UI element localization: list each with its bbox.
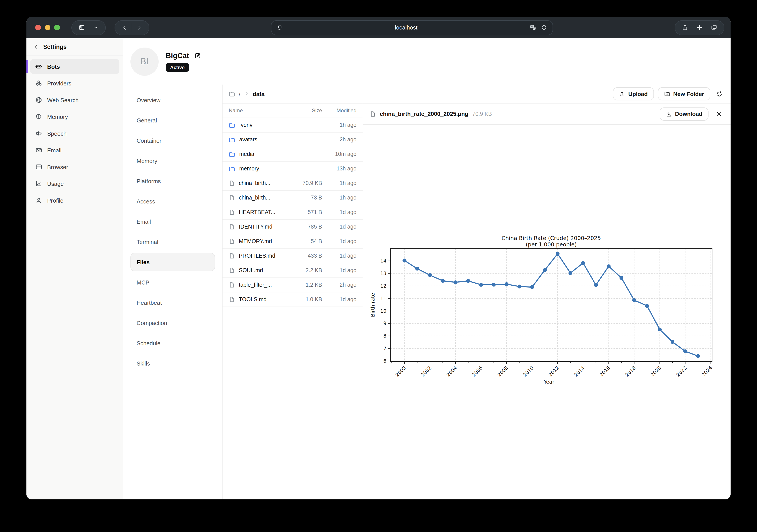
svg-text:13: 13	[380, 270, 386, 276]
table-row[interactable]: IDENTITY.md785 B1d ago	[223, 220, 363, 234]
chevron-right-icon	[136, 24, 142, 31]
table-row[interactable]: china_birth...73 B1h ago	[223, 191, 363, 205]
share-button[interactable]	[678, 20, 692, 35]
preview-body: 6789101112131420002002200420062008201020…	[363, 125, 731, 499]
new-tab-button[interactable]	[692, 20, 707, 35]
main-panel: BI BigCat Active OverviewGeneralContaine…	[123, 38, 731, 499]
file-name: china_birth...	[239, 180, 270, 186]
table-row[interactable]: HEARTBEAT...571 B1d ago	[223, 205, 363, 220]
sidebar-item-label: Email	[47, 147, 61, 154]
table-row[interactable]: PROFILES.md433 B1d ago	[223, 249, 363, 263]
folder-icon[interactable]	[229, 91, 235, 97]
tab-label: Overview	[136, 97, 160, 103]
column-name[interactable]: Name	[229, 107, 291, 114]
tab-email[interactable]: Email	[131, 212, 215, 231]
sidebar-item-browser[interactable]: Browser	[30, 160, 119, 174]
tab-label: Skills	[136, 360, 150, 367]
tab-files[interactable]: Files	[131, 253, 215, 271]
file-modified: 1d ago	[322, 209, 356, 215]
file-icon	[229, 180, 235, 186]
folder-icon	[229, 122, 235, 128]
file-modified: 1d ago	[322, 224, 356, 230]
tab-heartbeat[interactable]: Heartbeat	[131, 293, 215, 312]
table-row[interactable]: avatars2h ago	[223, 133, 363, 147]
tab-general[interactable]: General	[131, 111, 215, 130]
tab-label: Email	[136, 218, 151, 225]
file-name: IDENTITY.md	[239, 224, 272, 230]
download-icon	[666, 111, 672, 117]
tab-label: Memory	[136, 158, 157, 164]
svg-text:6: 6	[383, 358, 386, 364]
table-row[interactable]: memory13h ago	[223, 162, 363, 176]
download-button[interactable]: Download	[660, 107, 709, 120]
sidebar-item-memory[interactable]: Memory	[30, 109, 119, 124]
table-row[interactable]: china_birth...70.9 KB1h ago	[223, 176, 363, 191]
sidebar-item-bots[interactable]: Bots	[30, 59, 119, 74]
sidebar-item-label: Browser	[47, 163, 68, 170]
back-chevron-icon[interactable]	[33, 44, 39, 50]
sidebar-item-speech[interactable]: Speech	[30, 126, 119, 141]
sidebar-item-web-search[interactable]: Web Search	[30, 93, 119, 107]
close-window-button[interactable]	[35, 25, 41, 30]
sidebar-header: Settings	[26, 38, 123, 55]
file-size: 73 B	[291, 195, 322, 201]
file-rows: .venv1h agoavatars2h agomedia10m agomemo…	[223, 118, 363, 307]
tab-platforms[interactable]: Platforms	[131, 172, 215, 190]
back-button[interactable]	[117, 20, 132, 35]
sidebar-toggle-button[interactable]	[74, 20, 89, 35]
column-size[interactable]: Size	[291, 107, 322, 114]
tab-container[interactable]: Container	[131, 131, 215, 150]
tab-compaction[interactable]: Compaction	[131, 313, 215, 332]
table-row[interactable]: .venv1h ago	[223, 118, 363, 133]
translate-icon[interactable]	[530, 24, 536, 31]
sidebar-item-usage[interactable]: Usage	[30, 176, 119, 191]
breadcrumb-root[interactable]: /	[239, 91, 240, 97]
table-row[interactable]: media10m ago	[223, 147, 363, 162]
chevron-down-icon	[93, 25, 99, 30]
tab-schedule[interactable]: Schedule	[131, 334, 215, 352]
minimize-window-button[interactable]	[45, 25, 50, 30]
close-preview-button[interactable]	[714, 109, 724, 119]
table-row[interactable]: TOOLS.md1.0 KB1d ago	[223, 292, 363, 307]
tab-label: Container	[136, 137, 162, 144]
svg-text:Year: Year	[543, 379, 555, 384]
table-row[interactable]: SOUL.md2.2 KB1d ago	[223, 263, 363, 278]
file-size: 571 B	[291, 209, 322, 215]
sidebar-item-providers[interactable]: Providers	[30, 76, 119, 91]
upload-button[interactable]: Upload	[613, 87, 654, 101]
tab-memory[interactable]: Memory	[131, 152, 215, 170]
file-icon	[370, 111, 376, 117]
sidebar-item-email[interactable]: Email	[30, 143, 119, 158]
sidebar-items: BotsProvidersWeb SearchMemorySpeechEmail…	[26, 55, 123, 213]
refresh-button[interactable]	[714, 89, 724, 99]
table-row[interactable]: MEMORY.md54 B1d ago	[223, 234, 363, 249]
file-modified: 2h ago	[322, 136, 356, 143]
new-folder-button[interactable]: New Folder	[658, 87, 710, 101]
tab-group-chevron-button[interactable]	[89, 20, 103, 35]
file-icon	[229, 267, 235, 274]
tab-terminal[interactable]: Terminal	[131, 232, 215, 251]
tab-mcp[interactable]: MCP	[131, 273, 215, 291]
bot-icon	[35, 63, 42, 70]
tab-skills[interactable]: Skills	[131, 354, 215, 372]
tab-overview-button[interactable]	[707, 20, 721, 35]
column-modified[interactable]: Modified	[322, 107, 356, 114]
edit-icon[interactable]	[194, 52, 201, 59]
file-name: table_filter_...	[239, 282, 272, 288]
reload-icon[interactable]	[541, 24, 547, 31]
share-icon	[681, 24, 688, 31]
forward-button[interactable]	[132, 20, 146, 35]
zoom-window-button[interactable]	[54, 25, 60, 30]
browser-window: localhost Settings BotsProvidersWeb Sear	[26, 17, 731, 499]
file-size: 433 B	[291, 253, 322, 259]
tabs-icon	[711, 24, 717, 31]
reader-icon[interactable]	[277, 24, 283, 31]
tab-overview[interactable]: Overview	[131, 91, 215, 109]
table-row[interactable]: table_filter_...1.2 KB2h ago	[223, 278, 363, 292]
file-name: MEMORY.md	[239, 238, 272, 245]
tab-access[interactable]: Access	[131, 192, 215, 211]
file-icon	[229, 224, 235, 230]
address-bar[interactable]: localhost	[271, 20, 553, 35]
breadcrumb-current[interactable]: data	[253, 91, 264, 97]
sidebar-item-profile[interactable]: Profile	[30, 193, 119, 208]
